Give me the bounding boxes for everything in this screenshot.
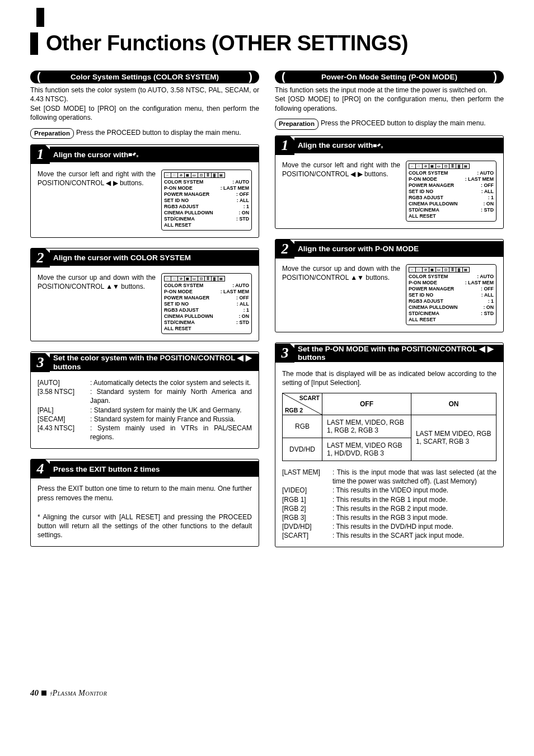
svg-rect-0 [129,153,132,156]
table-cell-merged: LAST MEM VIDEO, RGB 1, SCART, RGB 3 [411,415,496,461]
right-intro: This function sets the input mode at the… [275,86,504,113]
table-row-key: DVD/HD [283,438,322,461]
step-number-icon: 2 [275,240,294,259]
left-intro: This function sets the color system (to … [30,86,259,123]
right-step-2: 2 Align the cursor with P-ON MODE Move t… [275,239,504,332]
step-number-icon: 3 [275,344,294,363]
color-system-options: [AUTO]: Automatically detects the color … [38,378,252,442]
tool-icon: MIS [373,142,383,149]
p-on-mode-table: SCART RGB 2 OFF ON RGB LAST MEM, VIDEO, … [282,393,496,461]
left-step-4: 4 Press the EXIT button 2 times Press th… [30,459,259,547]
step-number-icon: 1 [31,145,50,164]
step-title: Align the cursor with P-ON MODE [294,241,503,257]
left-section-title: Color System Settings (COLOR SYSTEM) [41,73,249,81]
step-title: Set the P-ON MODE with the POSITION/CONT… [294,345,503,362]
page-footer: 40 †Plasma Monitor [30,688,107,698]
table-head-on: ON [411,393,496,415]
svg-text:MIS: MIS [381,145,383,148]
step-title: Align the cursor with COLOR SYSTEM [50,250,259,266]
right-step-3: 3 Set the P-ON MODE with the POSITION/CO… [275,342,504,548]
step-number-icon: 2 [31,248,50,267]
menu-screenshot: ☼□⊘▦▭⊡≣▓▤ COLOR SYSTEM: AUTO P-ON MODE: … [406,161,496,222]
table-diagonal-header: SCART RGB 2 [283,393,322,415]
table-head-off: OFF [322,393,411,415]
prep-badge: Preparation [30,128,74,139]
footer-separator-icon [41,691,46,696]
step-title: Align the cursor with MIS [294,138,503,153]
menu-screenshot: ☼□⊘▦▭⊡≣▓▤ COLOR SYSTEM: AUTO P-ON MODE: … [161,170,252,231]
mode-intro: The mode that is displayed will be as in… [282,369,496,387]
tool-icon: MIS [128,151,138,158]
left-step-3: 3 Set the color system with the POSITION… [30,351,259,449]
table-cell: LAST MEM, VIDEO, RGB 1, RGB 2, RGB 3 [322,415,411,438]
footer-label: Plasma Monitor [53,689,107,697]
table-cell: LAST MEM, VIDEO RGB 1, HD/DVD, RGB 3 [322,438,411,461]
menu-screenshot: ☼□⊘▦▭⊡≣▓▤ COLOR SYSTEM: AUTO P-ON MODE: … [161,273,252,334]
right-preparation: Preparation Press the PROCEED button to … [275,119,504,130]
left-column: ( Color System Settings (COLOR SYSTEM) )… [30,71,259,558]
svg-rect-2 [373,144,377,147]
left-preparation: Preparation Press the PROCEED button to … [30,128,259,139]
exit-note: Press the EXIT button one time to return… [38,484,252,502]
left-step-2: 2 Align the cursor with COLOR SYSTEM Mov… [30,248,259,341]
menu-screenshot: ☼□⊘▦▭⊡≣▓▤ COLOR SYSTEM: AUTO P-ON MODE: … [406,264,496,325]
reset-note: * Aligning the cursor with [ALL RESET] a… [38,513,252,540]
svg-text:MIS: MIS [137,155,138,158]
right-section-title: Power-On Mode Setting (P-ON MODE) [285,73,494,81]
step-number-icon: 3 [31,353,50,372]
prep-badge: Preparation [275,119,318,130]
page-number: 40 [30,688,39,697]
page-title: Other Functions (OTHER SETTINGS) [30,32,504,55]
table-row-key: RGB [283,415,322,438]
right-section-header: ( Power-On Mode Setting (P-ON MODE) ) [275,71,504,83]
side-marker [36,8,44,27]
right-step-1: 1 Align the cursor with MIS Move the cur… [275,135,504,229]
step-title: Set the color system with the POSITION/C… [50,354,259,371]
left-section-header: ( Color System Settings (COLOR SYSTEM) ) [30,71,259,83]
step-number-icon: 1 [275,136,294,155]
p-on-mode-options: [LAST MEM]: This is the input mode that … [282,468,496,541]
step-title: Align the cursor with MIS [50,147,259,162]
left-step-1: 1 Align the cursor with MIS Move the cur… [30,144,259,238]
step-title: Press the EXIT button 2 times [50,461,259,477]
right-column: ( Power-On Mode Setting (P-ON MODE) ) Th… [275,71,504,558]
step-number-icon: 4 [31,459,50,478]
